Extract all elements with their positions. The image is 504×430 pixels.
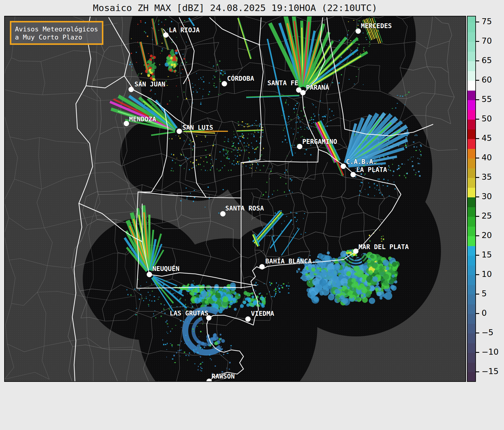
colorbar-segment — [468, 158, 475, 168]
colorbar-segment — [468, 372, 475, 382]
colorbar-segment — [468, 285, 475, 295]
city-dot — [356, 28, 361, 34]
colorbar-tick — [476, 177, 479, 178]
colorbar-tick — [476, 80, 479, 81]
colorbar-segment — [468, 110, 475, 120]
city-label: SAN LUIS — [182, 124, 213, 131]
colorbar-segment — [468, 197, 475, 207]
city-label: CÓRDOBA — [227, 75, 254, 82]
city-label: LA RIOJA — [169, 26, 200, 34]
colorbar-tick-label: −15 — [482, 367, 499, 376]
colorbar-tick-label: 20 — [482, 231, 492, 240]
city-label: NEUQUÉN — [152, 265, 180, 272]
colorbar-tick — [476, 22, 479, 22]
city-dot — [259, 264, 265, 269]
city-dot — [245, 316, 251, 322]
colorbar-segment — [468, 295, 475, 304]
colorbar-tick — [476, 352, 479, 353]
colorbar-tick-label: 25 — [482, 211, 492, 220]
colorbar-tick — [476, 138, 479, 139]
colorbar-segment — [468, 333, 475, 343]
city-dot — [350, 172, 356, 177]
city-dot — [163, 32, 168, 38]
footer-logos: Servicio Meteorológico Nacional Argentin… — [0, 382, 504, 430]
colorbar-tick-label: 35 — [482, 172, 492, 182]
colorbar-tick — [476, 41, 479, 42]
colorbar-tick-label: 55 — [482, 94, 492, 104]
radar-map-canvas: LA RIOJAMERCEDESSAN JUANCÓRDOBASANTA FEP… — [5, 16, 466, 382]
colorbar-segment — [468, 217, 475, 227]
colorbar-tick — [476, 158, 479, 158]
colorbar-tick — [476, 216, 479, 217]
city-dot — [128, 87, 134, 92]
colorbar-segment — [468, 207, 475, 217]
radar-map: LA RIOJAMERCEDESSAN JUANCÓRDOBASANTA FEP… — [4, 16, 466, 382]
colorbar-tick — [476, 333, 479, 333]
colorbar-tick-label: 15 — [482, 250, 492, 259]
city-dot — [353, 248, 359, 254]
colorbar-segment — [468, 188, 475, 198]
colorbar-segment — [468, 22, 475, 32]
colorbar-segment — [468, 236, 475, 246]
colorbar-segment — [468, 266, 475, 275]
colorbar-segment — [468, 52, 475, 62]
city-dot — [297, 144, 302, 149]
city-dot — [177, 129, 182, 134]
colorbar-segment — [468, 304, 475, 314]
colorbar-tick-label: 45 — [482, 133, 492, 143]
city-label: SANTA FE — [267, 79, 298, 87]
city-dot — [147, 272, 152, 277]
colorbar-tick-label: 70 — [482, 36, 492, 45]
colorbar-tick — [476, 255, 479, 256]
colorbar-tick-label: 50 — [482, 114, 492, 123]
colorbar-tick — [476, 119, 479, 120]
city-label: RAWSON — [212, 373, 235, 380]
city-label: BAHÍA BLANCA — [265, 257, 312, 265]
city-label: SAN JUAN — [134, 80, 166, 88]
colorbar-tick-label: 75 — [482, 17, 492, 26]
colorbar-segment — [468, 120, 475, 129]
city-label: PARANÁ — [306, 84, 329, 91]
colorbar-tick-label: −10 — [482, 347, 499, 356]
colorbar-tick-label: −5 — [482, 328, 494, 337]
city-label: PERGAMINO — [302, 138, 337, 145]
city-label: C.A.B.A. — [346, 158, 377, 165]
colorbar-segment — [468, 16, 475, 23]
city-label: MERCEDES — [361, 22, 392, 30]
reflectivity-colorbar — [467, 16, 476, 382]
colorbar-tick — [476, 99, 479, 100]
colorbar-segment — [468, 81, 475, 91]
colorbar-segment — [468, 61, 475, 71]
colorbar-segment — [468, 149, 475, 159]
colorbar-tick — [476, 196, 479, 197]
colorbar-segment — [468, 71, 475, 81]
colorbar-tick — [476, 294, 479, 295]
warning-line2: a Muy Corto Plazo — [15, 33, 82, 41]
colorbar-tick-label: 0 — [482, 308, 487, 318]
warning-line1: Avisos Meteorológicos — [15, 25, 98, 33]
city-label: SANTA ROSA — [225, 205, 264, 212]
city-dot — [222, 81, 227, 86]
warning-banner[interactable]: Avisos Meteorológicos a Muy Corto Plazo — [10, 21, 103, 45]
colorbar-segment — [468, 91, 475, 100]
colorbar-segment — [468, 168, 475, 178]
colorbar-tick-label: 65 — [482, 56, 492, 65]
colorbar-tick — [476, 274, 479, 275]
colorbar-tick-label: 40 — [482, 153, 492, 162]
colorbar-segment — [468, 256, 475, 266]
city-label: LAS GRUTAS — [170, 309, 208, 317]
colorbar-tick-label: 5 — [482, 289, 487, 298]
city-label: MENDOZA — [129, 115, 156, 123]
colorbar-tick — [476, 60, 479, 61]
city-label: VIEDMA — [251, 310, 274, 317]
colorbar-tick — [476, 313, 479, 314]
colorbar-tick-label: 60 — [482, 75, 492, 84]
colorbar-segment — [468, 343, 475, 353]
colorbar-segment — [468, 32, 475, 42]
page-title: Mosaico ZH MAX [dBZ] 24.08.2025 19:10HOA… — [4, 2, 466, 13]
colorbar-segment — [468, 324, 475, 334]
city-dot — [300, 90, 306, 95]
colorbar-segment — [468, 275, 475, 285]
colorbar-segment — [468, 314, 475, 324]
colorbar-segment — [468, 100, 475, 110]
